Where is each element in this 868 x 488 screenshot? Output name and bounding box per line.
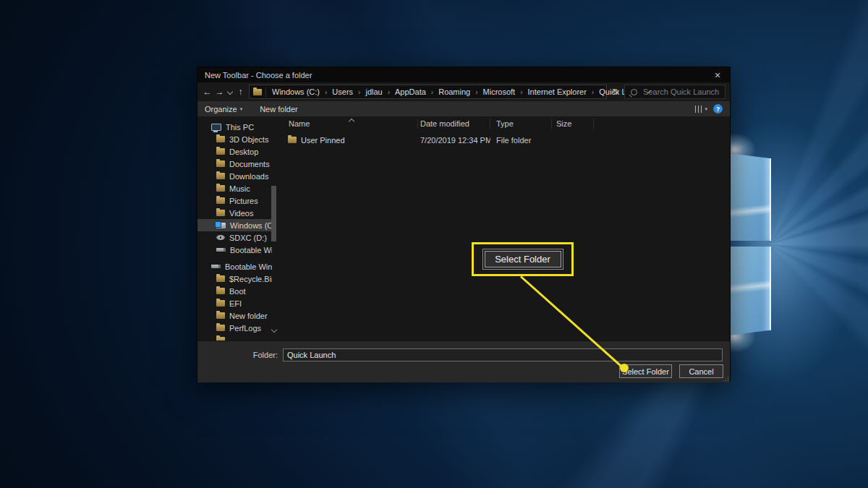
command-toolbar: Organize ▾ New folder ▾ ? [197,101,730,116]
organize-caret-icon: ▾ [240,106,243,112]
help-button[interactable]: ? [713,104,723,114]
refresh-button[interactable]: ↻ [612,87,619,97]
sidebar-item-boot[interactable]: Boot [197,285,272,297]
breadcrumb-internet-explorer[interactable]: Internet Explorer [527,87,588,96]
column-header-type[interactable]: Type [490,119,552,129]
file-list: Name Date modified Type Size User Pinned… [283,116,730,341]
sort-ascending-icon [349,116,354,125]
recent-locations-button[interactable] [226,90,234,94]
breadcrumb-separator: › [472,88,481,96]
folder-icon [216,160,225,167]
folder-icon [216,275,225,282]
breadcrumb-separator: › [427,88,437,96]
wallpaper-windows-logo-pane-bottom [729,247,771,335]
search-icon [631,89,637,95]
change-view-button[interactable]: ▾ [695,106,707,113]
breadcrumb-jdlau[interactable]: jdlau [364,87,383,96]
sidebar-scrollbar-thumb[interactable] [271,186,276,241]
folder-icon [216,300,225,307]
dialog-footer: Folder: Select Folder Cancel [197,341,730,382]
forward-icon: → [216,87,224,97]
folder-icon [216,185,225,192]
folder-icon [216,173,225,179]
breadcrumb-separator: › [354,88,364,96]
breadcrumb-separator: › [321,88,331,96]
file-date-modified: 7/20/2019 12:34 PM [418,134,490,146]
breadcrumb-roaming[interactable]: Roaming [437,87,472,96]
breadcrumb-users[interactable]: Users [331,87,354,96]
folder-name-input[interactable] [283,348,723,361]
search-input[interactable] [643,87,723,96]
breadcrumb-appdata[interactable]: AppData [393,87,427,96]
sidebar-item-efi[interactable]: EFI [197,297,272,309]
address-field[interactable]: Windows (C:) › Users › jdlau › AppData ›… [249,85,607,99]
sidebar-scroll-down-button[interactable] [272,325,276,333]
breadcrumb-windows-c[interactable]: Windows (C:) [271,87,321,96]
folder-icon [216,288,225,294]
cancel-button[interactable]: Cancel [679,364,723,378]
breadcrumb-separator: › [516,88,526,96]
file-row-user-pinned[interactable]: User Pinned 7/20/2019 12:34 PM File fold… [283,134,730,146]
folder-icon [216,148,225,155]
folder-icon [216,136,225,142]
sidebar-item-desktop[interactable]: Desktop [197,145,272,158]
sidebar-item-3d-objects[interactable]: 3D Objects [197,133,272,145]
sidebar-item-perflogs[interactable]: PerfLogs [197,322,272,334]
close-button[interactable]: × [705,67,730,82]
breadcrumb-separator: › [384,88,393,96]
sidebar-item-this-pc[interactable]: This PC [197,121,272,133]
folder-icon [216,210,225,216]
folder-icon [288,137,297,143]
chevron-down-icon [271,327,277,333]
list-view-icon [695,106,702,113]
search-box[interactable] [624,85,726,99]
new-folder-button[interactable]: New folder [260,105,298,114]
sidebar-item-documents[interactable]: Documents [197,158,272,170]
new-folder-label: New folder [260,105,298,114]
navigation-tree: This PC 3D Objects Desktop Documents Dow… [197,116,283,341]
title-bar[interactable]: New Toolbar - Choose a folder × [197,67,730,82]
folder-icon [216,312,225,319]
usb-icon [216,248,226,252]
breadcrumb-microsoft[interactable]: Microsoft [482,87,517,96]
folder-field-label: Folder: [226,351,278,359]
sidebar-item-bootable-windows-1[interactable]: Bootable Windows [197,244,272,256]
breadcrumb-separator: › [588,88,597,96]
sidebar-item-new-folder[interactable]: New folder [197,309,272,322]
sidebar-item-windows-c[interactable]: Windows (C:) [197,219,272,231]
chevron-down-icon [227,89,233,95]
help-icon: ? [716,106,720,113]
disc-icon [216,235,225,240]
sidebar-item-recycle-bin[interactable]: $Recycle.Bin [197,273,272,285]
back-button[interactable]: ← [201,87,213,97]
address-separator [265,87,266,97]
up-icon: ↑ [239,87,243,97]
forward-button[interactable]: → [213,87,226,97]
sidebar-item-videos[interactable]: Videos [197,207,272,219]
sidebar-item-bootable-windows-2[interactable]: Bootable Windows [197,260,272,273]
back-icon: ← [203,87,212,97]
dialog-content: This PC 3D Objects Desktop Documents Dow… [197,116,730,341]
refresh-icon: ↻ [612,87,619,97]
callout-select-folder-button: Select Folder [482,249,563,270]
callout-dot [620,364,629,372]
organize-button[interactable]: Organize ▾ [205,105,242,114]
folder-icon [216,197,225,204]
resize-grip-icon[interactable] [723,375,729,382]
column-header-date-modified[interactable]: Date modified [418,119,490,129]
close-icon: × [715,70,720,80]
sidebar-item-music[interactable]: Music [197,182,272,194]
column-header-size[interactable]: Size [552,119,594,129]
sidebar-item-pictures[interactable]: Pictures [197,194,272,207]
file-name: User Pinned [301,136,345,145]
sidebar-item-sdxc-d[interactable]: SDXC (D:) [197,231,272,244]
callout-box: Select Folder [472,242,574,276]
file-type: File folder [490,134,552,146]
organize-label: Organize [205,105,237,114]
sidebar-item-downloads[interactable]: Downloads [197,170,272,182]
usb-icon [211,265,221,268]
up-button[interactable]: ↑ [234,87,247,97]
folder-icon [216,325,225,331]
choose-folder-dialog: New Toolbar - Choose a folder × ← → ↑ Wi… [197,67,731,382]
sidebar-item-partial[interactable] [197,334,272,341]
